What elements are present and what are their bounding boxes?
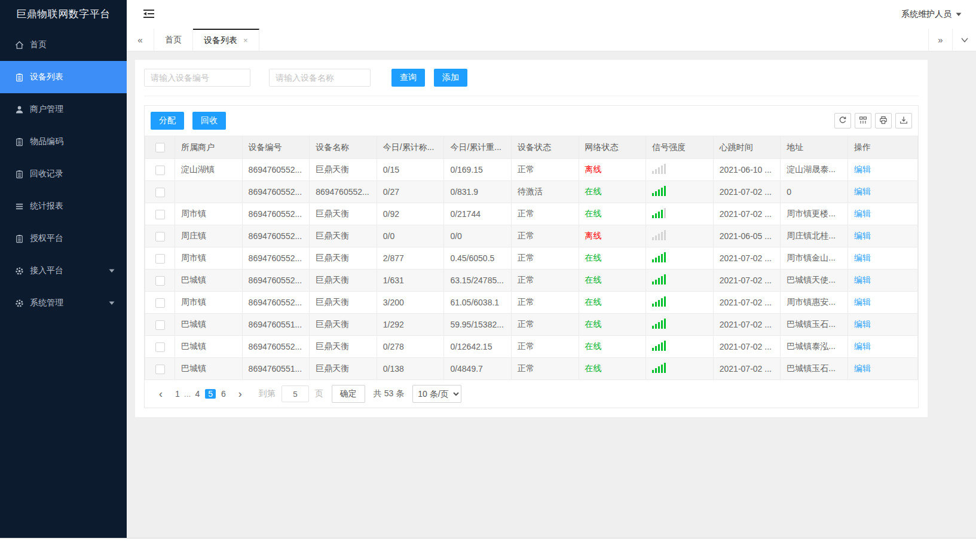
cell-device-name: 巨鼎天衡	[310, 314, 377, 336]
sidebar-item-label: 商户管理	[30, 104, 63, 115]
user-icon	[14, 105, 24, 114]
sidebar-item-system-mgmt[interactable]: 系统管理	[0, 287, 127, 319]
cell-signal-strength	[646, 358, 714, 380]
cell-heartbeat-time: 2021-07-02 ...	[713, 292, 781, 314]
select-all-checkbox[interactable]	[155, 143, 165, 152]
cell-address: 周庄镇北桂...	[781, 225, 848, 247]
sidebar-item-item-code[interactable]: 物品编码	[0, 126, 127, 158]
row-checkbox[interactable]	[155, 342, 165, 352]
edit-link[interactable]: 编辑	[854, 186, 871, 196]
edit-link[interactable]: 编辑	[854, 275, 871, 284]
cell-device-status: 正常	[511, 159, 579, 181]
table-card: 分配 回收 所属商户设备编号设备名称今日/累计称...今日/累计重...设备状态…	[144, 105, 919, 408]
edit-link[interactable]: 编辑	[854, 209, 871, 218]
goto-page-input[interactable]	[282, 385, 309, 402]
next-page-button[interactable]: ›	[230, 388, 250, 400]
goto-confirm-button[interactable]: 确定	[332, 385, 365, 403]
columns-button[interactable]	[855, 113, 871, 128]
row-checkbox[interactable]	[155, 276, 165, 286]
refresh-button[interactable]	[834, 113, 851, 128]
edit-link[interactable]: 编辑	[854, 341, 871, 351]
sidebar-item-auth-platform[interactable]: 授权平台	[0, 222, 127, 255]
page-size-select[interactable]: 10 条/页	[412, 385, 461, 403]
edit-link[interactable]: 编辑	[854, 319, 871, 329]
cell-action: 编辑	[848, 247, 918, 270]
edit-link[interactable]: 编辑	[854, 231, 871, 240]
row-checkbox[interactable]	[155, 232, 165, 241]
cell-device-name: 巨鼎天衡	[310, 203, 377, 225]
row-checkbox[interactable]	[155, 254, 165, 264]
cell-today-total-weight: 0.45/6050.5	[444, 247, 512, 270]
query-button[interactable]: 查询	[391, 69, 425, 87]
user-menu[interactable]: 系统维护人员	[901, 9, 962, 20]
edit-link[interactable]: 编辑	[854, 164, 871, 174]
tabs-menu-button[interactable]	[952, 29, 976, 51]
export-button[interactable]	[895, 113, 912, 128]
cell-device-no: 8694760552...	[242, 247, 310, 270]
column-header: 地址	[781, 136, 848, 159]
tab-label: 设备列表	[204, 35, 237, 46]
edit-link[interactable]: 编辑	[854, 253, 871, 262]
tabs-scroll-right-button[interactable]: »	[928, 29, 952, 51]
tab-device-list[interactable]: 设备列表×	[193, 29, 259, 51]
edit-link[interactable]: 编辑	[854, 297, 871, 307]
signal-bars-icon	[652, 230, 666, 240]
row-checkbox[interactable]	[155, 320, 165, 330]
sidebar-item-label: 授权平台	[30, 233, 63, 244]
page-number-1[interactable]: 1	[172, 389, 183, 399]
row-checkbox[interactable]	[155, 188, 165, 197]
sidebar-item-home[interactable]: 首页	[0, 29, 127, 61]
cell-address: 巴城镇玉石...	[781, 314, 848, 336]
table-row: 巴城镇8694760552...巨鼎天衡1/63163.15/24785...正…	[145, 270, 918, 292]
page-number-6[interactable]: 6	[218, 389, 229, 399]
signal-bars-icon	[652, 363, 666, 373]
assign-button[interactable]: 分配	[151, 112, 184, 130]
close-tab-icon[interactable]: ×	[243, 36, 248, 45]
sidebar-item-stats-report[interactable]: 统计报表	[0, 190, 127, 222]
cell-merchant: 巴城镇	[175, 336, 243, 358]
row-checkbox[interactable]	[155, 365, 165, 374]
table-toolbar: 分配 回收	[145, 106, 918, 136]
cell-heartbeat-time: 2021-07-02 ...	[713, 270, 781, 292]
content-area: 查询 添加 分配 回收 所属商户设备编号设备名称今日/累计称...今日/累计重.…	[127, 51, 976, 538]
tabs-scroll-left-button[interactable]: «	[127, 29, 154, 51]
cell-device-name: 巨鼎天衡	[310, 225, 377, 247]
sidebar-item-recycle-record[interactable]: 回收记录	[0, 158, 127, 190]
gear-icon	[14, 298, 24, 308]
row-checkbox[interactable]	[155, 210, 165, 219]
cell-device-status: 正常	[511, 336, 579, 358]
collapse-sidebar-icon[interactable]	[143, 10, 155, 19]
sidebar-item-merchant-mgmt[interactable]: 商户管理	[0, 93, 127, 126]
edit-link[interactable]: 编辑	[854, 363, 871, 373]
column-header: 操作	[848, 136, 918, 159]
cell-signal-strength	[646, 181, 714, 203]
cell-heartbeat-time: 2021-07-02 ...	[713, 181, 781, 203]
device-no-input[interactable]	[144, 69, 250, 87]
doc-icon	[14, 169, 24, 179]
sidebar-item-access-platform[interactable]: 接入平台	[0, 255, 127, 287]
recycle-button[interactable]: 回收	[192, 112, 226, 130]
add-button[interactable]: 添加	[434, 69, 467, 87]
cell-signal-strength	[646, 270, 714, 292]
page-number-4[interactable]: 4	[192, 389, 203, 399]
goto-label: 到第	[259, 388, 276, 399]
user-name: 系统维护人员	[901, 9, 951, 20]
cell-action: 编辑	[848, 225, 918, 247]
column-header: 今日/累计称...	[377, 136, 444, 159]
prev-page-button[interactable]: ‹	[151, 388, 171, 400]
column-header: 信号强度	[646, 136, 714, 159]
cell-device-no: 8694760552...	[242, 181, 310, 203]
tab-home[interactable]: 首页	[154, 29, 193, 51]
device-name-input[interactable]	[269, 69, 371, 87]
print-button[interactable]	[875, 113, 892, 128]
table-row: 8694760552...8694760552...0/270/831.9待激活…	[145, 181, 918, 203]
cell-heartbeat-time: 2021-07-02 ...	[713, 336, 781, 358]
caret-down-icon	[109, 269, 115, 273]
row-checkbox[interactable]	[155, 166, 165, 175]
cell-device-status: 正常	[511, 292, 579, 314]
row-checkbox[interactable]	[155, 298, 165, 308]
page-number-5[interactable]: 5	[205, 389, 216, 399]
cell-heartbeat-time: 2021-06-10 ...	[713, 159, 781, 181]
sidebar-item-device-list[interactable]: 设备列表	[0, 61, 127, 93]
cell-device-no: 8694760552...	[242, 270, 310, 292]
